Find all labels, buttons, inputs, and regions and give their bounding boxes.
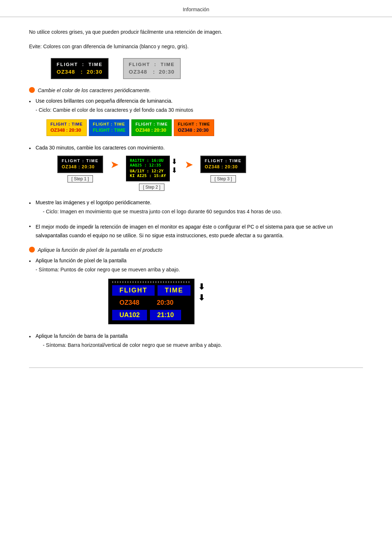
bullet-dot-6: • — [29, 334, 36, 340]
sub-text-1: - Ciclo: Cambie el color de los caracter… — [36, 106, 363, 114]
orange-circle-icon-2 — [29, 247, 35, 253]
pixel-row-oz348: OZ348 20:30 — [112, 297, 191, 308]
pixel-board: FLIGHT TIME OZ348 20:30 UA102 21:10 — [108, 279, 195, 324]
step-1: FLIGHT : TIME OZ348 : 20:30 [ Step 1 ] — [57, 156, 103, 182]
para1: No utilice colores grises, ya que pueden… — [29, 28, 363, 36]
dots-pattern — [112, 281, 191, 283]
step-3: FLIGHT : TIME OZ348 : 20:30 [ Step 3 ] — [200, 156, 246, 182]
cycle-boards: FLIGHT : TIME OZ348 : 20:30 FLIGHT : TIM… — [46, 119, 363, 136]
cycle-board-blue: FLIGHT : TIME FLIGHT : TIME — [89, 119, 130, 136]
bullet-item-4: • El mejor modo de impedir la retención … — [29, 223, 363, 240]
cycle-board-green: FLIGHT : TIME OZ348 : 20:30 — [131, 119, 172, 136]
step-3-label: [ Step 3 ] — [211, 175, 236, 182]
bullet-item-1: • Use colores brillantes con pequeña dif… — [29, 98, 363, 141]
cycle-board-green-row1: FLIGHT : TIME — [135, 122, 168, 126]
step-1-row2: OZ348 : 20:30 — [62, 164, 99, 169]
page-footer — [29, 368, 363, 372]
bullet-content-4: El mejor modo de impedir la retención de… — [36, 223, 363, 240]
pixel-cell-oz348: OZ348 — [112, 297, 147, 308]
pixel-side-arrows: ⬇ ⬇ — [198, 282, 205, 303]
bullet-item-6: • Aplique la función de barra de la pant… — [29, 333, 363, 353]
pixel-cell-2110: 21:10 — [150, 310, 181, 320]
board-black-row1: FLIGHT : TIME — [57, 62, 103, 67]
cycle-board-green-row2: OZ348 : 20:30 — [135, 127, 168, 133]
step-arrow-1: ➤ — [110, 159, 119, 171]
pixel-row-ua102: UA102 21:10 — [112, 310, 191, 320]
bullet-dot-1: • — [29, 99, 36, 104]
bullet-content-1: Use colores brillantes con pequeña difer… — [36, 98, 363, 141]
pixel-header-flight: FLIGHT — [112, 285, 155, 296]
bullet-dot-4: • — [29, 223, 36, 229]
cycle-board-yellow-row1: FLIGHT : TIME — [50, 122, 83, 126]
cycle-board-yellow-row2: OZ348 : 20:30 — [50, 127, 83, 133]
bullet-6-text: Aplique la función de barra de la pantal… — [36, 333, 363, 339]
arrow-down-icon-1: ⬇ — [171, 157, 177, 166]
board-gray-row2: OZ348 : 20:30 — [129, 69, 175, 75]
bullet-1-text: Use colores brillantes con pequeña difer… — [36, 98, 363, 104]
board-black-row2: OZ348 : 20:30 — [57, 69, 103, 75]
bullet-content-6: Aplique la función de barra de la pantal… — [36, 333, 363, 353]
orange-circle-icon — [29, 87, 35, 93]
cycle-board-orange-row1: FLIGHT : TIME — [178, 122, 210, 126]
pixel-board-dots-row — [112, 281, 191, 283]
step-arrow-2: ➤ — [185, 159, 193, 171]
pixel-header-time: TIME — [158, 285, 191, 296]
intro-boards: FLIGHT : TIME OZ348 : 20:30 FLIGHT : TIM… — [51, 58, 363, 79]
bullet-content-3: Muestre las imágenes y el logotipo perió… — [36, 200, 363, 219]
orange-bullet-1: Cambie el color de los caracteres periód… — [29, 86, 363, 94]
arrow-down-icon-2: ⬇ — [171, 166, 177, 175]
orange-bullet-1-text: Cambie el color de los caracteres periód… — [38, 86, 151, 94]
bullet-content-2: Cada 30 minutos, cambie los caracteres c… — [36, 145, 363, 196]
page-content: No utilice colores grises, ya que pueden… — [0, 17, 392, 386]
sub-text-6: - Síntoma: Barra horizontal/vertical de … — [43, 341, 363, 349]
orange-bullet-2: Aplique la función de píxel de la pantal… — [29, 246, 363, 254]
step-3-row2: OZ348 : 20:30 — [205, 164, 242, 169]
board-gray-row1: FLIGHT : TIME — [129, 62, 175, 67]
cycle-board-orange-row2: OZ348 : 20:30 — [178, 127, 210, 133]
arrow-down-pixel-2: ⬇ — [198, 293, 205, 303]
step-1-row1: FLIGHT : TIME — [62, 159, 99, 163]
step-3-board: FLIGHT : TIME OZ348 : 20:30 — [200, 156, 246, 173]
step-2-label: [ Step 2 ] — [139, 184, 164, 191]
sub-text-3: - Ciclo: Imagen en movimiento que se mue… — [43, 208, 363, 216]
step-2-board: RA17IY : 16:UUAAQ25 : 12:35 UA/11Y : 12:… — [126, 156, 170, 181]
orange-bullet-2-text: Aplique la función de píxel de la pantal… — [38, 246, 162, 254]
cycle-board-orange: FLIGHT : TIME OZ348 : 20:30 — [174, 119, 214, 136]
board-gray: FLIGHT : TIME OZ348 : 20:30 — [123, 58, 181, 79]
step-1-board: FLIGHT : TIME OZ348 : 20:30 — [57, 156, 103, 173]
step-2-row1: RA17IY : 16:UUAAQ25 : 12:35 — [130, 158, 166, 168]
step-3-row1: FLIGHT : TIME — [205, 159, 242, 163]
bullet-dot-2: • — [29, 145, 36, 151]
page-header: Información — [0, 0, 392, 17]
bullet-dot-3: • — [29, 200, 36, 206]
step-section: FLIGHT : TIME OZ348 : 20:30 [ Step 1 ] ➤… — [57, 156, 363, 191]
bullet-item-2: • Cada 30 minutos, cambie los caracteres… — [29, 145, 363, 196]
header-title: Información — [183, 7, 209, 12]
step-1-label: [ Step 1 ] — [68, 175, 93, 182]
cycle-board-blue-row1: FLIGHT : TIME — [93, 122, 126, 126]
bullet-item-3: • Muestre las imágenes y el logotipo per… — [29, 200, 363, 219]
bullet-item-5: • Aplique la función de píxel de la pant… — [29, 258, 363, 329]
bullet-4-text: El mejor modo de impedir la retención de… — [36, 223, 363, 240]
pixel-cell-2030: 20:30 — [150, 297, 181, 308]
step-2-row2: UA/11Y : 12:2YKI AI25 : 15:AY — [130, 169, 166, 178]
bullet-5-text: Aplique la función de píxel de la pantal… — [36, 258, 363, 263]
bullet-dot-5: • — [29, 258, 36, 264]
sub-text-5: - Síntoma: Puntos de color negro que se … — [36, 266, 363, 274]
pixel-cell-ua102: UA102 — [112, 310, 147, 320]
board-black: FLIGHT : TIME OZ348 : 20:30 — [51, 58, 109, 79]
cycle-board-blue-row2: FLIGHT : TIME — [93, 127, 126, 133]
para2: Evite: Colores con gran diferencia de lu… — [29, 42, 363, 50]
bullet-2-text: Cada 30 minutos, cambie los caracteres c… — [36, 145, 363, 151]
pixel-board-header-row: FLIGHT TIME — [112, 285, 191, 296]
bullet-3-text: Muestre las imágenes y el logotipo perió… — [36, 200, 363, 205]
cycle-board-yellow: FLIGHT : TIME OZ348 : 20:30 — [46, 119, 87, 136]
pixel-board-container: FLIGHT TIME OZ348 20:30 UA102 21:10 — [108, 279, 363, 324]
step-2: RA17IY : 16:UUAAQ25 : 12:35 UA/11Y : 12:… — [126, 156, 177, 191]
arrow-down-pixel-1: ⬇ — [198, 282, 205, 292]
bullet-content-5: Aplique la función de píxel de la pantal… — [36, 258, 363, 329]
